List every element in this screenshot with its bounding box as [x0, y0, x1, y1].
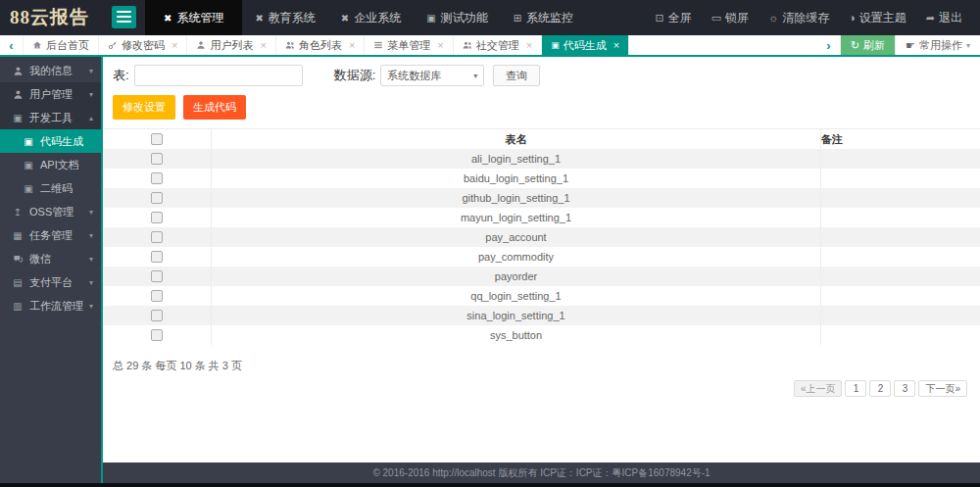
sidebar-item-workflow-manage[interactable]: ▥ 工作流管理 ▾	[0, 294, 101, 317]
logout-button[interactable]: ➦ 退出	[916, 10, 972, 26]
tab-change-password[interactable]: 修改密码 ×	[99, 35, 187, 55]
tabs-scroll-left-button[interactable]: ‹	[0, 35, 24, 55]
remark-cell	[821, 188, 980, 208]
row-checkbox[interactable]	[151, 153, 163, 165]
table-row: mayun_login_setting_1	[103, 208, 980, 227]
row-checkbox[interactable]	[151, 231, 163, 243]
main-content: 表: 数据源: 系统数据库 ▾ 查询 修改设置 生成代码 表名 备注 ali_l…	[103, 57, 980, 463]
user-icon	[12, 66, 24, 76]
table-row: sys_button	[103, 325, 980, 345]
next-page-button[interactable]: 下一页»	[918, 380, 967, 397]
select-all-checkbox[interactable]	[151, 133, 163, 145]
tables-table: 表名 备注 ali_login_setting_1 baidu_login_se…	[103, 128, 980, 345]
fullscreen-button[interactable]: ⊡ 全屏	[645, 10, 701, 26]
common-operations-dropdown[interactable]: ☛ 常用操作 ▾	[895, 35, 980, 55]
tabs-scroll-right-button[interactable]: ›	[817, 35, 841, 55]
tab-user-list[interactable]: 用户列表 ×	[187, 35, 275, 55]
code-doc-icon: ▣	[23, 136, 34, 147]
query-button[interactable]: 查询	[493, 65, 540, 86]
row-checkbox[interactable]	[151, 192, 163, 204]
sidebar-item-my-info[interactable]: 我的信息 ▾	[0, 59, 101, 82]
page-button-3[interactable]: 3	[894, 380, 915, 397]
close-icon[interactable]: ×	[260, 39, 266, 51]
card-icon: ▤	[12, 277, 24, 288]
remark-cell	[821, 325, 980, 345]
tab-label: 社交管理	[476, 38, 519, 53]
sidebar-item-dev-tools[interactable]: ▣ 开发工具 ▴	[0, 106, 101, 129]
modify-settings-button[interactable]: 修改设置	[113, 95, 175, 120]
sidebar-item-task-manage[interactable]: ▦ 任务管理 ▾	[0, 223, 101, 247]
row-checkbox[interactable]	[151, 329, 163, 341]
nav-item-education-system[interactable]: ✖ 教育系统	[242, 0, 327, 35]
remark-cell	[821, 149, 980, 169]
datasource-label: 数据源:	[334, 67, 376, 84]
pagination-summary: 总 29 条 每页 10 条 共 3 页	[103, 345, 980, 373]
sidebar-item-label: 代码生成	[40, 134, 83, 149]
sidebar-item-api-docs[interactable]: ▣ API文档	[0, 153, 101, 176]
tab-backend-home[interactable]: 后台首页	[24, 35, 99, 55]
tab-menu-manage[interactable]: 菜单管理 ×	[365, 35, 453, 55]
nav-label: 系统管理	[176, 10, 223, 26]
close-icon[interactable]: ×	[437, 39, 443, 51]
datasource-select[interactable]: 系统数据库 ▾	[380, 65, 484, 86]
set-theme-button[interactable]: ◑ 设置主题	[839, 10, 916, 26]
table-body: ali_login_setting_1 baidu_login_setting_…	[103, 149, 980, 345]
chevron-down-icon: ▾	[89, 208, 93, 217]
column-header-table-name: 表名	[212, 129, 821, 149]
sidebar-item-oss-manage[interactable]: ↥ OSS管理 ▾	[0, 200, 101, 223]
exit-icon: ➦	[926, 12, 935, 24]
chat-icon	[12, 254, 24, 265]
tab-code-generate[interactable]: ▣ 代码生成 ×	[542, 35, 629, 55]
prev-page-button[interactable]: «上一页	[794, 380, 843, 397]
row-checkbox[interactable]	[151, 251, 163, 263]
row-checkbox[interactable]	[151, 212, 163, 223]
page-button-2[interactable]: 2	[869, 380, 891, 397]
dev-tools-icon: ▣	[12, 113, 24, 123]
tab-role-list[interactable]: 角色列表 ×	[276, 35, 365, 55]
chevron-down-icon: ▾	[89, 255, 93, 264]
remark-cell	[821, 208, 980, 227]
remark-cell	[821, 286, 980, 306]
sidebar-item-wechat[interactable]: 微信 ▾	[0, 247, 101, 270]
remark-cell	[821, 247, 980, 267]
nav-item-system-monitor[interactable]: ⊞ 系统监控	[501, 0, 586, 35]
refresh-button[interactable]: ↻ 刷新	[841, 35, 895, 55]
table-row: baidu_login_setting_1	[103, 169, 980, 188]
page-button-1[interactable]: 1	[845, 380, 866, 397]
table-name-cell: payorder	[212, 267, 821, 286]
app-logo: 88云报告	[0, 0, 102, 35]
key-icon	[108, 40, 118, 50]
row-checkbox[interactable]	[151, 290, 163, 302]
header-actions: ⊡ 全屏 ▭ 锁屏 ☼ 清除缓存 ◑ 设置主题 ➦ 退出	[645, 0, 980, 35]
row-checkbox[interactable]	[151, 270, 163, 282]
table-name-cell: pay_commodity	[212, 247, 821, 267]
sidebar-item-code-generate[interactable]: ▣ 代码生成	[0, 129, 101, 153]
row-checkbox[interactable]	[151, 310, 163, 321]
clear-cache-button[interactable]: ☼ 清除缓存	[759, 10, 839, 26]
tab-label: 修改密码	[122, 38, 165, 53]
table-row: ali_login_setting_1	[103, 149, 980, 169]
nav-item-enterprise-system[interactable]: ✖ 企业系统	[328, 0, 414, 35]
sidebar-item-user-manage[interactable]: 用户管理 ▾	[0, 82, 101, 106]
close-icon[interactable]: ×	[526, 39, 532, 51]
table-name-cell: github_login_setting_1	[212, 188, 821, 208]
close-icon[interactable]: ×	[613, 39, 619, 51]
lock-screen-button[interactable]: ▭ 锁屏	[702, 10, 759, 26]
nav-item-test-function[interactable]: ▣ 测试功能	[414, 0, 500, 35]
nav-item-system-manage[interactable]: ✖ 系统管理	[145, 0, 242, 35]
sidebar-item-qrcode[interactable]: ▣ 二维码	[0, 176, 101, 200]
close-icon[interactable]: ×	[172, 39, 177, 51]
chevron-down-icon: ▾	[473, 72, 477, 80]
table-name-input[interactable]	[134, 65, 303, 86]
tab-social-manage[interactable]: 社交管理 ×	[454, 35, 542, 55]
row-checkbox[interactable]	[151, 172, 163, 184]
sidebar-item-label: API文档	[40, 158, 79, 172]
table-row: sina_login_setting_1	[103, 306, 980, 325]
close-icon[interactable]: ×	[349, 39, 355, 51]
generate-code-button[interactable]: 生成代码	[183, 95, 246, 120]
sidebar-item-label: 工作流管理	[29, 299, 83, 314]
chevron-down-icon: ▾	[89, 231, 93, 240]
hamburger-menu-icon[interactable]	[112, 6, 136, 28]
sidebar-item-label: 开发工具	[29, 111, 73, 125]
sidebar-item-pay-platform[interactable]: ▤ 支付平台 ▾	[0, 270, 101, 294]
